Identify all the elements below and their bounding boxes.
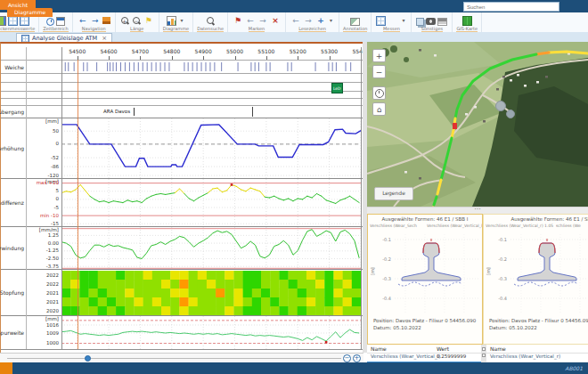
map-zoom-in-button[interactable]: + [372, 49, 386, 62]
previous-icon[interactable]: ← [78, 15, 88, 26]
add-icon[interactable]: + [315, 15, 326, 26]
profile-series-labels: Verschliess (Wear_Sech Verschliess (Wear… [370, 224, 483, 230]
legend-button[interactable]: Legende [374, 187, 413, 200]
img-icon[interactable] [350, 18, 360, 26]
svg-text:[m]: [m] [370, 267, 375, 275]
chart-y-tick: -1.25 [26, 248, 59, 253]
map-view[interactable]: +−⌂ Legende [367, 42, 588, 207]
column-header-name[interactable]: Name [371, 346, 387, 352]
table-icon[interactable] [376, 16, 386, 26]
chart-unit-label: [mm] [26, 316, 59, 321]
splitter-button[interactable] [482, 354, 486, 357]
profile-datum: Datum: 05.10.2022 [489, 325, 537, 330]
search-input[interactable] [463, 2, 559, 12]
plot-bottom-border [1, 349, 363, 350]
table-icon[interactable] [20, 16, 29, 26]
table-icon[interactable] [8, 16, 18, 26]
clock-icon[interactable] [46, 18, 54, 26]
chart-y-tick: -120 [26, 173, 59, 178]
dropdown-caret-icon[interactable]: ▾ [400, 15, 406, 26]
slider-thumb[interactable] [85, 355, 91, 362]
chart-row-label: Stopfung [0, 289, 24, 296]
chart-row-uberhohung: Überhöhung[mm]500-52-86-120 [1, 118, 363, 178]
ribbon-group-sonstiges: Sonstiges [412, 12, 453, 32]
previous-icon[interactable]: ← [245, 15, 256, 26]
cal-icon[interactable] [56, 17, 65, 26]
next-icon[interactable]: → [90, 15, 101, 26]
zoom-in-button[interactable]: + [353, 354, 361, 362]
chart-plot-spurweite[interactable] [61, 316, 361, 349]
column-header-wert[interactable]: Wert [437, 346, 449, 352]
profile-series-labels: Verschliess (Wear_Vertical_r) 1.05 schli… [486, 224, 588, 230]
stamp-icon[interactable] [102, 17, 110, 24]
cam-icon[interactable] [426, 18, 436, 25]
ribbon-group-label: Streckenmesswerte [0, 26, 35, 32]
gridc-icon[interactable] [0, 16, 6, 26]
next-icon[interactable]: → [303, 15, 314, 26]
ribbon-group-länge: +−⚑Länge [116, 12, 159, 32]
ribbon-toolbar: StreckenmesswerteZeitbereich←→Navigation… [0, 12, 588, 33]
table-row[interactable]: Verschliess (Wear_Vertical_r) [486, 353, 588, 362]
zoom-out-icon[interactable]: − [132, 16, 142, 26]
slider-track[interactable] [7, 358, 341, 359]
chart-row-stopfung: Stopfung20222022202120212020 [1, 269, 363, 315]
svg-text:-0.1: -0.1 [382, 237, 391, 242]
profile-panel-left[interactable]: Ausgewählte Formen: 46 E1 / SBB I Versch… [367, 214, 483, 345]
zoom-in-icon[interactable]: + [120, 16, 130, 26]
print-icon[interactable] [437, 18, 447, 26]
chart-icon[interactable] [167, 16, 176, 26]
column-divider [26, 47, 27, 349]
flag-icon[interactable]: ⚑ [143, 15, 154, 26]
next-icon[interactable]: → [257, 15, 268, 26]
ribbon-group-label: Diagramme [163, 26, 189, 32]
map-home-button[interactable]: ⌂ [372, 102, 386, 116]
ribbon-group-label: Sonstiges [421, 26, 443, 32]
table-row[interactable]: Verschliess (Wear_Vertical_l)0.25999999 [367, 353, 481, 362]
track-geometry-chart-pane[interactable]: 5450054600547005480054900550005510055200… [0, 42, 363, 354]
series-label: Verschliess (Wear_Sech [370, 224, 427, 230]
chart-y-tick: -3.75 [26, 264, 59, 269]
plot-right-border [361, 47, 362, 349]
badge-marker[interactable]: LeD [331, 83, 343, 94]
series-label: Verschliess (Wear_Vertical_r) 1.05 [486, 224, 556, 230]
chart-plot-stopfung[interactable] [61, 270, 361, 315]
previous-icon[interactable]: ← [290, 15, 301, 26]
table-sel-icon[interactable] [388, 15, 398, 26]
ribbon-group-label: Messen [383, 26, 400, 32]
chart-row-label: Spurweite [0, 329, 24, 336]
station-axis: 5450054600547005480054900550005510055200… [1, 47, 363, 60]
map-history-button[interactable] [372, 86, 386, 100]
zoom-out-button[interactable]: − [343, 354, 351, 362]
delete-icon[interactable]: × [270, 15, 281, 26]
series-label: schliess (We [556, 224, 588, 230]
heatmap-row-label: 2021 [26, 290, 59, 296]
close-tab-icon[interactable]: × [102, 35, 107, 42]
splitter-button[interactable] [482, 347, 486, 351]
profile-panel-right[interactable]: Ausgewählte Formen: 46 E1 / SBB I Versch… [483, 214, 588, 345]
rail-profile-drawing: -0.1-0.2-0.3-0.4[m] [486, 231, 588, 316]
tab-diagramme[interactable]: Diagramme [7, 8, 53, 17]
search-icon[interactable] [206, 16, 216, 26]
text-cursor [134, 108, 135, 116]
dropdown-caret-icon[interactable]: ▾ [178, 15, 184, 26]
column-header-name[interactable]: Name [490, 346, 506, 352]
map-icon[interactable] [462, 16, 472, 26]
rail-profile-chart-right[interactable]: -0.1-0.2-0.3-0.4[m] [486, 231, 588, 316]
heatmap-row-label: 2022 [26, 281, 59, 287]
station-cursor-line[interactable] [78, 60, 78, 349]
marker-flag-icon[interactable]: ⚑ [233, 15, 243, 26]
chart-plot-uberhohung[interactable] [61, 118, 361, 178]
chart-y-tick: -2.50 [26, 256, 59, 261]
rail-profile-chart-left[interactable]: -0.1-0.2-0.3-0.4[m] [370, 231, 480, 316]
axis-tick-label: 55000 [223, 48, 248, 54]
svg-text:-0.3: -0.3 [498, 276, 507, 281]
profile-title: Ausgewählte Formen: 46 E1 / SBB I [368, 216, 482, 222]
dropdown-caret-icon[interactable]: ▾ [328, 15, 334, 26]
chart-row-verwindung: Verwindung[mm/m]1.250.00-1.25-2.50-3.75 [1, 226, 363, 269]
map-zoom-out-button[interactable]: − [372, 65, 386, 78]
application-window: { "titlebar": { "backstage": "Ansicht", … [0, 0, 588, 374]
chart-plot-verwindung[interactable] [61, 227, 361, 269]
chart-plot-uberhohungsdifferenz[interactable] [61, 179, 361, 226]
layers-icon[interactable] [416, 18, 424, 26]
switch-markers [61, 61, 361, 73]
